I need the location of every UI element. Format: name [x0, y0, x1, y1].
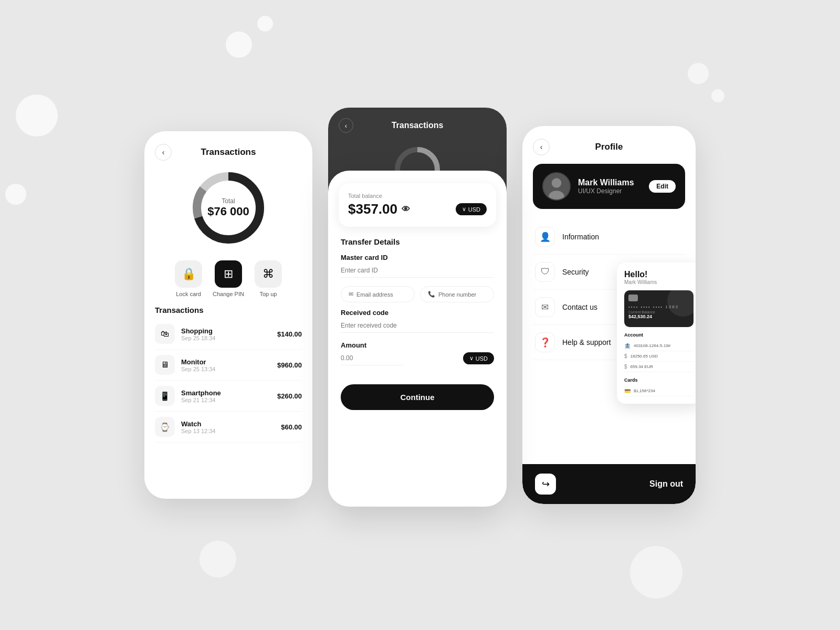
eye-icon[interactable]: 👁: [402, 205, 410, 214]
card-chip: [628, 295, 638, 301]
transaction-item-watch[interactable]: ⌚ Watch Sep 13 12:34 $60.00: [155, 412, 302, 443]
transfer-section-title: Transfer Details: [341, 237, 494, 246]
shopping-name: Shopping: [181, 327, 271, 335]
signout-icon[interactable]: ↪: [535, 474, 556, 495]
amount-group: Amount ∨ USD: [341, 341, 494, 365]
help-icon: ❓: [535, 332, 555, 352]
email-icon: ✉: [349, 291, 353, 298]
account-text-1: 403108-1264-5-19#: [634, 343, 670, 348]
top-up-button[interactable]: ⌘ Top up: [255, 260, 282, 297]
contact-buttons-row: ✉ Email address 📞 Phone number: [341, 286, 494, 302]
hello-card: Hello! Mark Williams •••• •••• •••• 1382…: [617, 262, 696, 404]
donut-center: Total $76 000: [207, 197, 249, 218]
top-up-icon: ⌘: [255, 260, 282, 288]
lock-card-icon: 🔒: [175, 260, 202, 288]
amount-currency-selector[interactable]: ∨ USD: [463, 352, 494, 364]
phone3-title: Profile: [595, 142, 623, 152]
account-icon-1: 🏦: [624, 343, 631, 349]
phone1-back-button[interactable]: ‹: [155, 144, 172, 161]
change-pin-icon: ⊞: [215, 260, 242, 288]
continue-button[interactable]: Continue: [341, 384, 494, 410]
received-code-group: Received code: [341, 309, 494, 333]
smartphone-date: Sep 21 12:34: [181, 397, 271, 403]
profile-role: UI/UX Designer: [578, 187, 642, 195]
phone-1-transactions: ‹ Transactions Total $76 000 🔒: [144, 131, 312, 499]
phone-icon: 📞: [428, 291, 435, 298]
received-code-label: Received code: [341, 309, 494, 317]
transactions-section-title: Transactions: [155, 306, 302, 314]
change-pin-button[interactable]: ⊞ Change PIN: [213, 260, 244, 297]
account-text-3: 659.34 EUR: [631, 364, 654, 369]
lock-card-label: Lock card: [176, 291, 201, 297]
mastercard-id-input[interactable]: [341, 264, 494, 278]
balance-card: Total balance $357.00 👁 ∨ USD: [339, 183, 496, 227]
svg-point-7: [552, 178, 562, 188]
security-icon: 🛡: [535, 262, 555, 282]
edit-profile-button[interactable]: Edit: [649, 180, 676, 193]
smartphone-icon: 📱: [155, 386, 175, 406]
shopping-amount: $140.00: [277, 330, 302, 338]
monitor-icon: 🖥: [155, 355, 175, 375]
balance-label: Total balance: [348, 193, 487, 199]
transaction-item-monitor[interactable]: 🖥 Monitor Sep 25 13:34 $960.00: [155, 350, 302, 381]
phone2-dark-title: Transactions: [392, 121, 444, 130]
card-balance-label: Current Balance: [628, 310, 689, 314]
help-label: Help & support: [562, 338, 611, 346]
information-label: Information: [562, 233, 599, 241]
phone2-dark-header: ‹ Transactions: [328, 108, 507, 138]
email-label: Email address: [356, 291, 393, 298]
mastercard-id-label: Master card ID: [341, 254, 494, 261]
card-dots: •••• •••• •••• 1382: [628, 304, 689, 309]
cards-section-title: Cards: [624, 377, 694, 383]
monitor-name: Monitor: [181, 358, 271, 366]
account-row-3: $ 659.34 EUR: [624, 362, 694, 372]
monitor-amount: $960.00: [277, 361, 302, 369]
total-label: Total: [207, 197, 249, 205]
phone3-back-button[interactable]: ‹: [533, 139, 550, 155]
account-icon-2: $: [624, 353, 627, 359]
signout-bar: ↪ Sign out: [522, 464, 696, 504]
watch-amount: $60.00: [281, 423, 302, 431]
transaction-item-smartphone[interactable]: 📱 Smartphone Sep 21 12:34 $260.00: [155, 381, 302, 412]
watch-name: Watch: [181, 420, 275, 428]
lock-card-button[interactable]: 🔒 Lock card: [175, 260, 202, 297]
account-row-1: 🏦 403108-1264-5-19#: [624, 341, 694, 351]
monitor-date: Sep 25 13:34: [181, 366, 271, 372]
transaction-item-shopping[interactable]: 🛍 Shopping Sep 25 18:34 $140.00: [155, 319, 302, 350]
currency-selector[interactable]: ∨ USD: [456, 203, 487, 215]
signout-label[interactable]: Sign out: [649, 479, 683, 489]
phone-label: Phone number: [438, 291, 476, 298]
account-section-title: Account: [624, 332, 694, 338]
transfer-form: Transfer Details Master card ID ✉ Email …: [339, 237, 496, 410]
account-row-2: $ 18250.65 USD: [624, 351, 694, 362]
mastercard-id-group: Master card ID: [341, 254, 494, 278]
phone-number-button[interactable]: 📞 Phone number: [420, 286, 494, 302]
security-label: Security: [562, 268, 589, 276]
shopping-date: Sep 25 18:34: [181, 335, 271, 341]
account-icon-3: $: [624, 364, 627, 370]
phone-3-profile: ‹ Profile Mark Williams UI/UX Designer E…: [522, 126, 696, 504]
received-code-input[interactable]: [341, 319, 494, 333]
phone2-dark-back-button[interactable]: ‹: [339, 118, 353, 133]
information-icon: 👤: [535, 227, 555, 247]
action-buttons-row: 🔒 Lock card ⊞ Change PIN ⌘ Top up: [155, 260, 302, 297]
change-pin-label: Change PIN: [213, 291, 244, 297]
donut-chart-container: Total $76 000: [155, 166, 302, 250]
top-up-label: Top up: [259, 291, 277, 297]
account-text-2: 18250.65 USD: [631, 354, 658, 359]
card-icon: 💳: [624, 388, 631, 394]
cards-section: Cards 💳 $1,156*234: [624, 377, 694, 396]
shopping-icon: 🛍: [155, 324, 175, 344]
hello-greeting: Hello!: [624, 270, 694, 279]
contact-icon: ✉: [535, 297, 555, 317]
amount-input[interactable]: [341, 351, 404, 365]
profile-name: Mark Williams: [578, 178, 642, 187]
watch-icon: ⌚: [155, 417, 175, 437]
smartphone-amount: $260.00: [277, 392, 302, 400]
smartphone-name: Smartphone: [181, 389, 271, 397]
hello-name: Mark Williams: [624, 279, 694, 285]
account-section: Account 🏦 403108-1264-5-19# $ 18250.65 U…: [624, 332, 694, 372]
menu-item-information[interactable]: 👤 Information: [533, 219, 685, 255]
contact-label: Contact us: [562, 303, 597, 311]
email-address-button[interactable]: ✉ Email address: [341, 286, 415, 302]
